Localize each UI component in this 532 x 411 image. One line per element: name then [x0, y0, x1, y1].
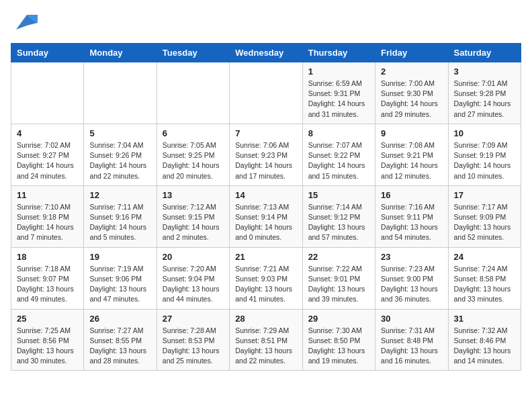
calendar-cell: 5Sunrise: 7:04 AM Sunset: 9:26 PM Daylig…: [84, 124, 157, 185]
day-info: Sunrise: 7:19 AM Sunset: 9:06 PM Dayligh…: [89, 264, 150, 305]
day-number: 16: [381, 190, 442, 200]
calendar-cell: 2Sunrise: 7:00 AM Sunset: 9:30 PM Daylig…: [375, 62, 448, 124]
logo-icon: [11, 11, 43, 35]
day-number: 28: [235, 314, 296, 324]
page-header: [11, 11, 521, 35]
day-number: 22: [308, 252, 369, 262]
day-number: 31: [454, 314, 515, 324]
calendar-cell: 6Sunrise: 7:05 AM Sunset: 9:25 PM Daylig…: [157, 124, 229, 185]
calendar-cell: 8Sunrise: 7:07 AM Sunset: 9:22 PM Daylig…: [302, 124, 375, 185]
day-info: Sunrise: 7:27 AM Sunset: 8:55 PM Dayligh…: [89, 326, 150, 367]
calendar-cell: [157, 62, 229, 124]
day-info: Sunrise: 7:31 AM Sunset: 8:48 PM Dayligh…: [381, 326, 442, 367]
day-number: 20: [163, 252, 224, 262]
day-number: 3: [454, 66, 515, 77]
day-number: 23: [381, 252, 442, 262]
day-info: Sunrise: 7:18 AM Sunset: 9:07 PM Dayligh…: [17, 264, 78, 305]
day-info: Sunrise: 7:08 AM Sunset: 9:21 PM Dayligh…: [381, 140, 442, 181]
calendar-cell: 16Sunrise: 7:16 AM Sunset: 9:11 PM Dayli…: [375, 185, 448, 247]
calendar-cell: 25Sunrise: 7:25 AM Sunset: 8:56 PM Dayli…: [11, 309, 84, 371]
calendar-cell: 9Sunrise: 7:08 AM Sunset: 9:21 PM Daylig…: [375, 124, 448, 185]
calendar-cell: 11Sunrise: 7:10 AM Sunset: 9:18 PM Dayli…: [11, 185, 84, 247]
day-info: Sunrise: 7:13 AM Sunset: 9:14 PM Dayligh…: [235, 202, 296, 243]
day-info: Sunrise: 7:28 AM Sunset: 8:53 PM Dayligh…: [163, 326, 224, 367]
day-info: Sunrise: 7:24 AM Sunset: 8:58 PM Dayligh…: [454, 264, 515, 305]
day-number: 15: [308, 190, 369, 200]
calendar-cell: 23Sunrise: 7:23 AM Sunset: 9:00 PM Dayli…: [375, 247, 448, 309]
day-number: 9: [381, 128, 442, 138]
day-number: 24: [454, 252, 515, 262]
day-info: Sunrise: 7:10 AM Sunset: 9:18 PM Dayligh…: [17, 202, 78, 243]
day-number: 13: [163, 190, 224, 200]
day-info: Sunrise: 7:05 AM Sunset: 9:25 PM Dayligh…: [163, 140, 224, 181]
day-number: 19: [89, 252, 150, 262]
calendar-cell: 29Sunrise: 7:30 AM Sunset: 8:50 PM Dayli…: [302, 309, 375, 371]
calendar-cell: 13Sunrise: 7:12 AM Sunset: 9:15 PM Dayli…: [157, 185, 229, 247]
calendar-week-row: 11Sunrise: 7:10 AM Sunset: 9:18 PM Dayli…: [11, 185, 521, 247]
calendar-cell: 21Sunrise: 7:21 AM Sunset: 9:03 PM Dayli…: [230, 247, 302, 309]
calendar-cell: [11, 62, 84, 124]
calendar-week-row: 18Sunrise: 7:18 AM Sunset: 9:07 PM Dayli…: [11, 247, 521, 309]
day-of-week-header: Monday: [84, 44, 157, 62]
calendar-cell: 18Sunrise: 7:18 AM Sunset: 9:07 PM Dayli…: [11, 247, 84, 309]
calendar-cell: 15Sunrise: 7:14 AM Sunset: 9:12 PM Dayli…: [302, 185, 375, 247]
day-number: 21: [235, 252, 296, 262]
day-info: Sunrise: 7:01 AM Sunset: 9:28 PM Dayligh…: [454, 79, 515, 120]
day-info: Sunrise: 7:11 AM Sunset: 9:16 PM Dayligh…: [89, 202, 150, 243]
calendar-cell: 31Sunrise: 7:32 AM Sunset: 8:46 PM Dayli…: [448, 309, 521, 371]
day-info: Sunrise: 7:00 AM Sunset: 9:30 PM Dayligh…: [381, 79, 442, 120]
day-of-week-header: Wednesday: [230, 44, 302, 62]
day-info: Sunrise: 7:25 AM Sunset: 8:56 PM Dayligh…: [17, 326, 78, 367]
day-of-week-header: Friday: [375, 44, 448, 62]
calendar-cell: 1Sunrise: 6:59 AM Sunset: 9:31 PM Daylig…: [302, 62, 375, 124]
day-info: Sunrise: 7:09 AM Sunset: 9:19 PM Dayligh…: [454, 140, 515, 181]
day-info: Sunrise: 6:59 AM Sunset: 9:31 PM Dayligh…: [308, 79, 369, 120]
calendar-cell: 22Sunrise: 7:22 AM Sunset: 9:01 PM Dayli…: [302, 247, 375, 309]
calendar-table: SundayMondayTuesdayWednesdayThursdayFrid…: [11, 43, 521, 371]
calendar-cell: 7Sunrise: 7:06 AM Sunset: 9:23 PM Daylig…: [230, 124, 302, 185]
calendar-cell: 24Sunrise: 7:24 AM Sunset: 8:58 PM Dayli…: [448, 247, 521, 309]
calendar-cell: 4Sunrise: 7:02 AM Sunset: 9:27 PM Daylig…: [11, 124, 84, 185]
day-number: 18: [17, 252, 78, 262]
day-number: 4: [17, 128, 78, 138]
day-info: Sunrise: 7:16 AM Sunset: 9:11 PM Dayligh…: [381, 202, 442, 243]
calendar-cell: [230, 62, 302, 124]
day-number: 6: [163, 128, 224, 138]
calendar-header-row: SundayMondayTuesdayWednesdayThursdayFrid…: [11, 44, 521, 62]
day-number: 14: [235, 190, 296, 200]
day-info: Sunrise: 7:17 AM Sunset: 9:09 PM Dayligh…: [454, 202, 515, 243]
day-info: Sunrise: 7:07 AM Sunset: 9:22 PM Dayligh…: [308, 140, 369, 181]
calendar-cell: 14Sunrise: 7:13 AM Sunset: 9:14 PM Dayli…: [230, 185, 302, 247]
day-number: 26: [89, 314, 150, 324]
day-of-week-header: Sunday: [11, 44, 84, 62]
day-of-week-header: Saturday: [448, 44, 521, 62]
day-number: 7: [235, 128, 296, 138]
day-number: 1: [308, 66, 369, 77]
day-info: Sunrise: 7:04 AM Sunset: 9:26 PM Dayligh…: [89, 140, 150, 181]
calendar-cell: 30Sunrise: 7:31 AM Sunset: 8:48 PM Dayli…: [375, 309, 448, 371]
day-info: Sunrise: 7:32 AM Sunset: 8:46 PM Dayligh…: [454, 326, 515, 367]
day-number: 30: [381, 314, 442, 324]
day-number: 17: [454, 190, 515, 200]
calendar-week-row: 25Sunrise: 7:25 AM Sunset: 8:56 PM Dayli…: [11, 309, 521, 371]
day-number: 10: [454, 128, 515, 138]
logo: [11, 11, 46, 35]
day-info: Sunrise: 7:20 AM Sunset: 9:04 PM Dayligh…: [163, 264, 224, 305]
day-info: Sunrise: 7:06 AM Sunset: 9:23 PM Dayligh…: [235, 140, 296, 181]
day-info: Sunrise: 7:29 AM Sunset: 8:51 PM Dayligh…: [235, 326, 296, 367]
day-info: Sunrise: 7:23 AM Sunset: 9:00 PM Dayligh…: [381, 264, 442, 305]
calendar-cell: 26Sunrise: 7:27 AM Sunset: 8:55 PM Dayli…: [84, 309, 157, 371]
day-number: 27: [163, 314, 224, 324]
calendar-week-row: 1Sunrise: 6:59 AM Sunset: 9:31 PM Daylig…: [11, 62, 521, 124]
calendar-cell: 20Sunrise: 7:20 AM Sunset: 9:04 PM Dayli…: [157, 247, 229, 309]
day-number: 5: [89, 128, 150, 138]
calendar-cell: 3Sunrise: 7:01 AM Sunset: 9:28 PM Daylig…: [448, 62, 521, 124]
calendar-cell: 19Sunrise: 7:19 AM Sunset: 9:06 PM Dayli…: [84, 247, 157, 309]
day-info: Sunrise: 7:21 AM Sunset: 9:03 PM Dayligh…: [235, 264, 296, 305]
day-number: 8: [308, 128, 369, 138]
calendar-cell: [84, 62, 157, 124]
calendar-cell: 10Sunrise: 7:09 AM Sunset: 9:19 PM Dayli…: [448, 124, 521, 185]
calendar-cell: 27Sunrise: 7:28 AM Sunset: 8:53 PM Dayli…: [157, 309, 229, 371]
day-number: 2: [381, 66, 442, 77]
day-info: Sunrise: 7:30 AM Sunset: 8:50 PM Dayligh…: [308, 326, 369, 367]
